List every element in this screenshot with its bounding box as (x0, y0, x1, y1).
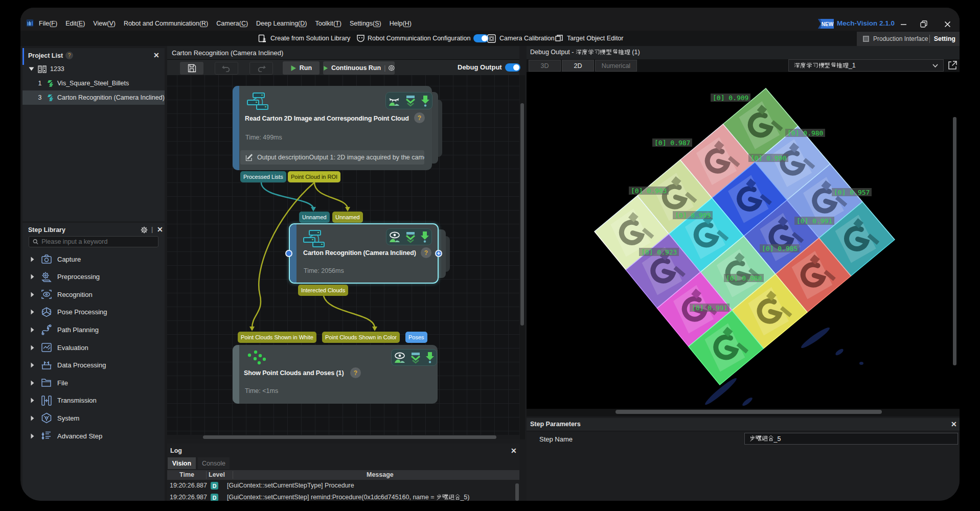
file-icon (41, 377, 52, 388)
graph-tab[interactable]: Carton Recognition (Camera Inclined) (172, 49, 283, 57)
step-category-pose-processing[interactable]: Pose Processing (22, 305, 165, 320)
create-from-solution-library-button[interactable]: Create from Solution Library (258, 31, 350, 46)
log-vscrollbar-thumb[interactable] (515, 483, 519, 501)
log-level-badge: D (211, 494, 218, 501)
step-category-data-processing[interactable]: Data Processing (22, 358, 165, 373)
debug-output-toggle[interactable] (505, 63, 520, 72)
debug-source-dropdown[interactable]: _1 (788, 59, 944, 72)
node-show-point-clouds[interactable]: Show Point Clouds and Poses (1) ? Time: … (233, 345, 438, 404)
step-category-preprocessing[interactable]: Preprocessing (22, 269, 165, 285)
expand-arrow-icon[interactable] (31, 309, 34, 315)
node-carton-recognition[interactable]: Carton Recognition (Camera Inclined) ? T… (289, 223, 439, 284)
continuous-run-button[interactable]: Continuous Run | (323, 61, 395, 75)
step-category-path-planning[interactable]: Path Planning (22, 322, 165, 337)
step-parameters-close-icon[interactable]: ✕ (951, 420, 957, 428)
confidence-label: [0] 0.989 (726, 274, 762, 282)
node-input-connector[interactable] (285, 250, 292, 257)
node-help-icon[interactable]: ? (414, 112, 425, 123)
menu-item-e[interactable]: Edit(E) (61, 18, 89, 29)
expand-arrow-icon[interactable] (31, 292, 34, 297)
step-category-recognition[interactable]: Recognition (22, 287, 165, 302)
log-close-icon[interactable]: ✕ (511, 447, 517, 455)
confidence-label: [0] 0.923 (641, 248, 677, 256)
step-category-transmission[interactable]: Transmission (22, 393, 165, 408)
step-category-label: Transmission (57, 397, 97, 404)
minimize-button[interactable] (896, 17, 911, 31)
camera-calibration-button[interactable]: Camera Calibration (487, 31, 555, 46)
save-button[interactable] (180, 62, 203, 75)
step-library-settings-icon[interactable] (141, 226, 148, 234)
debug-hscrollbar-thumb[interactable] (616, 410, 882, 414)
robot-communication-configuration-button[interactable]: Robot Communication Configuration (356, 31, 489, 46)
confidence-label: [0] 0.903 (631, 187, 667, 195)
menu-item-f[interactable]: File(F) (35, 18, 61, 29)
menu-item-t[interactable]: Toolkit(T) (311, 18, 345, 29)
expand-arrow-icon[interactable] (31, 257, 34, 262)
menu-item-h[interactable]: Help(H) (385, 18, 416, 29)
save-icon (188, 64, 196, 73)
step-category-system[interactable]: System (22, 410, 165, 426)
setting-button[interactable]: Setting (930, 35, 960, 42)
menu-item-r[interactable]: Robot and Communication(R) (120, 18, 212, 29)
expand-arrow-icon[interactable] (31, 274, 34, 280)
undo-button[interactable] (215, 62, 238, 75)
debug-view-numerical-button[interactable]: Numerical (595, 60, 637, 72)
node-show-point-clouds-in-port-1[interactable]: Point Clouds Shown in White (238, 332, 316, 343)
step-name-input[interactable]: _5 (744, 433, 958, 445)
project-item-2[interactable]: 3Carton Recognition (Camera Inclined) (22, 90, 165, 105)
node-help-icon[interactable]: ? (421, 247, 431, 258)
expand-arrow-icon[interactable] (31, 380, 34, 386)
debug-vscrollbar-thumb[interactable] (953, 117, 956, 365)
step-category-file[interactable]: File (22, 375, 165, 390)
project-item-1[interactable]: 1Vis_Square_Steel_Billets (22, 76, 165, 90)
restore-button[interactable] (916, 17, 931, 31)
expand-arrow-icon[interactable] (31, 433, 34, 439)
step-search-input[interactable] (41, 238, 154, 245)
debug-view-2d-button[interactable]: 2D (562, 60, 594, 72)
open-in-window-icon[interactable] (947, 60, 958, 71)
robot-communication-toggle[interactable] (473, 34, 489, 42)
debug-view-3d-button[interactable]: 3D (529, 60, 561, 72)
production-interface-button[interactable]: Production Interface (857, 35, 929, 42)
graph-canvas[interactable]: Read Carton 2D Image and Corresponding P… (167, 75, 519, 436)
canvas-hscrollbar-thumb[interactable] (203, 435, 496, 439)
menu-item-c[interactable]: Camera(C) (212, 18, 252, 29)
run-button[interactable]: Run (283, 61, 320, 75)
expand-arrow-icon[interactable] (29, 67, 34, 71)
node-read-carton[interactable]: Read Carton 2D Image and Corresponding P… (233, 86, 432, 170)
log-tab-console[interactable]: Console (198, 457, 230, 469)
node-show-point-clouds-in-port-2[interactable]: Point Clouds Shown in Color (322, 332, 400, 343)
expand-arrow-icon[interactable] (31, 362, 34, 368)
step-category-evaluation[interactable]: Evaluation (22, 340, 165, 355)
node-read-carton-out-port-2[interactable]: Point Cloud in ROI (288, 171, 340, 182)
step-category-capture[interactable]: Capture (22, 251, 165, 267)
expand-arrow-icon[interactable] (31, 415, 34, 421)
debug-2d-image[interactable]: [0] 0.909[0] 0.987[0] 0.980[0] 0.990[0] … (527, 72, 960, 409)
expand-arrow-icon[interactable] (31, 345, 34, 351)
close-window-button[interactable] (940, 17, 955, 31)
step-category-advanced-step[interactable]: Advanced Step (22, 428, 165, 444)
log-tab-vision[interactable]: Vision (168, 457, 196, 469)
run-settings-gear-icon[interactable] (389, 64, 395, 72)
expand-arrow-icon[interactable] (31, 398, 34, 403)
node-carton-recognition-in-port-1[interactable]: Unnamed (299, 212, 330, 223)
node-add-output-connector[interactable]: + (435, 250, 442, 257)
shadow-artifact (741, 396, 754, 407)
expand-arrow-icon[interactable] (31, 327, 34, 333)
node-output-description[interactable]: Output descriptionOutput 1: 2D image acq… (240, 150, 424, 165)
node-help-icon[interactable]: ? (350, 367, 361, 378)
redo-button[interactable] (249, 62, 273, 75)
menu-item-s[interactable]: Settings(S) (346, 18, 385, 29)
node-read-carton-out-port-1[interactable]: Processed Lists (240, 171, 286, 182)
project-list-close-icon[interactable]: ✕ (153, 51, 159, 59)
menu-item-v[interactable]: View(V) (89, 18, 120, 29)
canvas-vscrollbar-thumb[interactable] (520, 103, 524, 326)
node-show-point-clouds-in-port-3[interactable]: Poses (405, 332, 427, 343)
step-library-close-icon[interactable]: ✕ (157, 225, 163, 234)
node-carton-recognition-in-port-2[interactable]: Unnamed (332, 212, 363, 223)
target-object-editor-button[interactable]: Target Object Editor (555, 31, 623, 46)
node-carton-recognition-out-port-1[interactable]: Interected Clouds (298, 285, 348, 296)
project-list-help-icon[interactable]: ? (65, 52, 73, 59)
menu-item-d[interactable]: Deep Learning(D) (252, 18, 311, 29)
project-solution-row[interactable]: 1233 (22, 62, 165, 76)
